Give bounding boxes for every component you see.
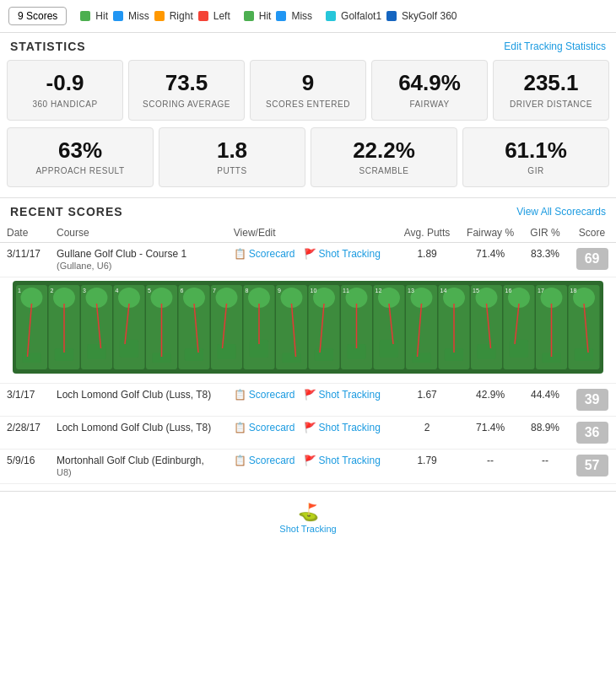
nav-shot-tracking[interactable]: ⛳ Shot Tracking <box>10 502 606 534</box>
col-fairway: Fairway % <box>458 223 522 243</box>
cell-date: 3/11/17 <box>0 243 50 277</box>
statistics-title: STATISTICS <box>10 40 86 53</box>
svg-text:12: 12 <box>376 288 382 293</box>
cell-gir-pct: 44.4% <box>522 384 568 417</box>
right-dot <box>154 11 165 21</box>
svg-text:14: 14 <box>440 288 447 293</box>
edit-tracking-link[interactable]: Edit Tracking Statistics <box>504 40 606 52</box>
svg-rect-78 <box>510 340 528 358</box>
col-gir: GIR % <box>522 223 568 243</box>
cell-date: 3/1/17 <box>0 384 50 417</box>
stat-scramble-value: 22.2% <box>353 138 415 163</box>
scorecard-label: Scorecard <box>249 389 295 401</box>
shot-tracking-link[interactable]: 🚩 Shot Tracking <box>304 422 381 433</box>
svg-text:16: 16 <box>505 288 512 293</box>
cell-course: Gullane Golf Club - Course 1(Gullane, U6… <box>50 243 227 277</box>
svg-rect-43 <box>282 353 300 363</box>
svg-rect-73 <box>477 344 495 359</box>
stat-scores-entered: 9 SCORES ENTERED <box>250 60 366 121</box>
course-name: Loch Lomond Golf Club (Luss, T8) <box>57 422 211 433</box>
cell-course: Loch Lomond Golf Club (Luss, T8) <box>50 384 227 417</box>
stat-putts-value: 1.8 <box>217 138 247 163</box>
stats-row-2: 63% APPROACH RESULT 1.8 PUTTS 22.2% SCRA… <box>0 127 616 198</box>
stat-scramble: 22.2% SCRAMBLE <box>311 127 457 188</box>
svg-text:6: 6 <box>181 288 184 293</box>
stat-gir: 61.1% GIR <box>462 127 609 188</box>
cell-fairway-pct: -- <box>458 450 522 484</box>
scores-filter-button[interactable]: 9 Scores <box>8 7 67 25</box>
scorecard-label: Scorecard <box>249 422 295 433</box>
action-links: 📋 Scorecard 🚩 Shot Tracking <box>234 248 389 260</box>
stat-scramble-label: SCRAMBLE <box>359 165 408 176</box>
shot-tracking-label: Shot Tracking <box>319 455 381 466</box>
svg-text:7: 7 <box>213 288 216 293</box>
skygolf-label: SkyGolf 360 <box>402 10 457 22</box>
scorecard-link[interactable]: 📋 Scorecard <box>234 422 295 433</box>
svg-text:17: 17 <box>538 288 544 293</box>
stat-scores-entered-label: SCORES ENTERED <box>266 99 350 110</box>
legend-platforms: Golfalot1 SkyGolf 360 <box>326 10 457 22</box>
course-sub: (Gullane, U6) <box>57 261 111 271</box>
cell-date: 5/9/16 <box>0 450 50 484</box>
cell-view-edit: 📋 Scorecard 🚩 Shot Tracking <box>227 450 396 484</box>
cell-gir-pct: 83.3% <box>522 243 568 277</box>
cell-view-edit: 📋 Scorecard 🚩 Shot Tracking <box>227 417 396 450</box>
cell-avg-putts: 1.79 <box>396 450 458 484</box>
svg-text:10: 10 <box>311 288 317 293</box>
shot-tracking-flag-icon: 🚩 <box>304 455 316 466</box>
statistics-header: STATISTICS Edit Tracking Statistics <box>0 33 616 57</box>
svg-text:15: 15 <box>473 288 479 293</box>
svg-rect-3 <box>22 353 41 363</box>
col-score: Score <box>568 223 616 243</box>
stat-approach-label: APPROACH RESULT <box>35 165 124 176</box>
legend-hit-miss: Hit Miss Right Left <box>80 10 230 22</box>
golfalot-dot <box>326 11 336 21</box>
nav-shot-tracking-label: Shot Tracking <box>279 524 336 534</box>
svg-text:8: 8 <box>246 288 249 293</box>
scorecard-link[interactable]: 📋 Scorecard <box>234 455 295 466</box>
stat-driver-dist-label: DRIVER DISTANCE <box>510 99 592 110</box>
cell-avg-putts: 1.67 <box>396 384 458 417</box>
shot-tracking-label: Shot Tracking <box>319 422 381 433</box>
scorecard-link[interactable]: 📋 Scorecard <box>234 389 295 401</box>
scorecard-icon: 📋 <box>234 455 246 466</box>
course-map-cell: 1 2 3 4 5 <box>0 277 616 384</box>
scorecard-link[interactable]: 📋 Scorecard <box>234 248 295 260</box>
svg-rect-28 <box>185 348 203 361</box>
cell-avg-putts: 1.89 <box>396 243 458 277</box>
skygolf-dot <box>386 11 397 21</box>
stat-putts: 1.8 PUTTS <box>159 127 305 188</box>
scorecard-label: Scorecard <box>249 455 295 466</box>
recent-scores-title: RECENT SCORES <box>10 205 123 218</box>
svg-rect-63 <box>412 353 430 363</box>
miss2-dot <box>276 11 286 21</box>
miss-dot <box>113 11 123 21</box>
cell-course: Mortonhall Golf Club (Edinburgh,U8) <box>50 450 227 484</box>
view-all-scorecards-link[interactable]: View All Scorecards <box>516 206 606 218</box>
cell-score: 69 <box>568 243 616 277</box>
shot-tracking-link[interactable]: 🚩 Shot Tracking <box>304 389 381 401</box>
svg-text:5: 5 <box>148 288 151 293</box>
stat-driver-distance: 235.1 DRIVER DISTANCE <box>493 60 609 121</box>
legend-hit-miss-2: Hit Miss <box>244 10 312 22</box>
cell-avg-putts: 2 <box>396 417 458 450</box>
action-links: 📋 Scorecard 🚩 Shot Tracking <box>234 422 389 433</box>
shot-tracking-link[interactable]: 🚩 Shot Tracking <box>304 248 381 260</box>
table-row: 3/1/17Loch Lomond Golf Club (Luss, T8) 📋… <box>0 384 616 417</box>
col-avg-putts: Avg. Putts <box>396 223 458 243</box>
scores-table: Date Course View/Edit Avg. Putts Fairway… <box>0 223 616 484</box>
top-bar: 9 Scores Hit Miss Right Left Hit Miss Go… <box>0 0 616 33</box>
stat-gir-label: GIR <box>527 165 543 176</box>
scorecard-icon: 📋 <box>234 389 246 401</box>
shot-tracking-flag-icon: 🚩 <box>304 389 316 401</box>
stat-driver-dist-value: 235.1 <box>523 71 578 95</box>
shot-tracking-link[interactable]: 🚩 Shot Tracking <box>304 455 381 466</box>
stat-scoring-avg-value: 73.5 <box>165 71 208 95</box>
col-viewedit: View/Edit <box>227 223 396 243</box>
flag-nav-icon: ⛳ <box>298 502 319 522</box>
svg-rect-48 <box>315 348 333 361</box>
svg-rect-88 <box>575 348 593 361</box>
recent-scores-header: RECENT SCORES View All Scorecards <box>0 197 616 223</box>
stat-handicap-label: 360 HANDICAP <box>32 99 97 110</box>
scorecard-icon: 📋 <box>234 422 246 433</box>
